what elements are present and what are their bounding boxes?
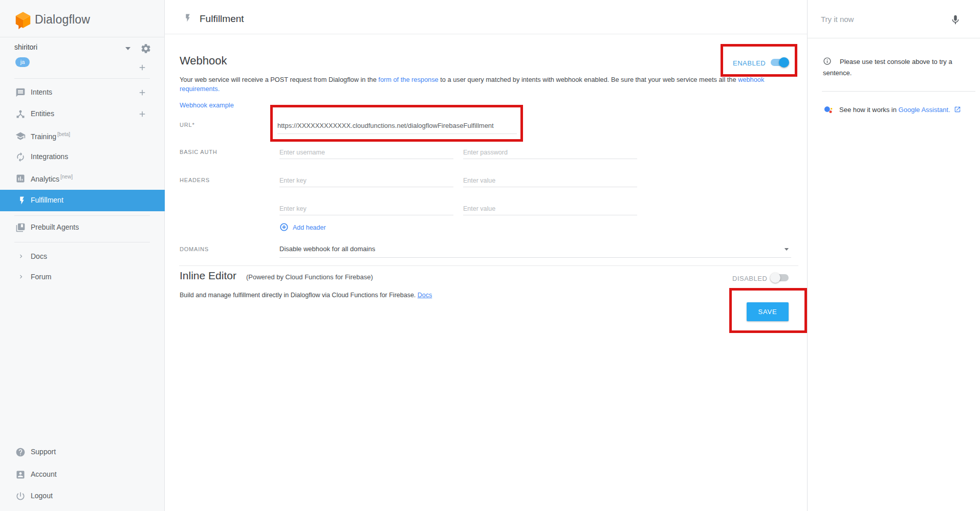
dropdown-caret-icon xyxy=(784,248,789,251)
sidebar-item-label: Training[beta] xyxy=(31,131,70,141)
add-entity-icon[interactable] xyxy=(138,109,147,119)
sidebar-item-analytics[interactable]: Analytics[new] xyxy=(0,168,165,189)
url-label: URL* xyxy=(180,122,195,128)
inline-editor-status-label: DISABLED xyxy=(732,275,767,282)
sidebar-item-integrations[interactable]: Integrations xyxy=(0,146,165,168)
sidebar-item-label: Support xyxy=(31,448,56,456)
assistant-text: See how it works in xyxy=(839,106,899,114)
test-console-panel: Try it now Please use test console above… xyxy=(807,0,980,511)
sidebar-item-docs[interactable]: Docs xyxy=(0,246,165,268)
domains-select[interactable]: Disable webhook for all domains xyxy=(279,242,791,258)
sidebar-item-label: Account xyxy=(31,470,57,478)
sidebar-item-label: Forum xyxy=(31,273,51,281)
try-it-now-input[interactable]: Try it now xyxy=(821,15,854,24)
bar-chart-icon xyxy=(15,173,26,184)
test-console-hint: Please use test console above to try a s… xyxy=(823,56,970,79)
inline-editor-title: Inline Editor xyxy=(180,270,236,282)
sidebar-item-label: Intents xyxy=(31,88,52,96)
sidebar-item-label: Logout xyxy=(31,492,53,500)
try-it-now-bar[interactable]: Try it now xyxy=(808,0,980,38)
sync-arrows-icon xyxy=(15,152,26,162)
header-value-input-1[interactable] xyxy=(463,174,637,187)
sidebar-item-forum[interactable]: Forum xyxy=(0,266,165,288)
graduation-cap-icon xyxy=(15,131,26,141)
section-divider xyxy=(179,265,798,266)
google-assistant-link[interactable]: Google Assistant. xyxy=(899,106,950,114)
docs-link[interactable]: Docs xyxy=(418,292,432,299)
add-language-icon[interactable] xyxy=(138,63,147,72)
language-badge[interactable]: ja xyxy=(15,57,30,67)
chevron-right-icon xyxy=(17,273,25,280)
add-intent-icon[interactable] xyxy=(138,88,147,97)
account-card-icon xyxy=(15,470,26,480)
webhook-toggle[interactable] xyxy=(770,57,789,68)
domains-selected-value: Disable webhook for all domains xyxy=(279,245,375,253)
app-logo-text: Dialogflow xyxy=(35,13,90,27)
add-header-link[interactable]: Add header xyxy=(293,224,326,231)
basic-auth-label: BASIC AUTH xyxy=(180,149,217,155)
chevron-right-icon xyxy=(17,253,25,260)
inline-editor-description: Build and manage fulfillment directly in… xyxy=(180,292,432,299)
inline-editor-toggle[interactable] xyxy=(770,273,789,283)
header-value-input-2[interactable] xyxy=(463,202,637,215)
page-header xyxy=(165,0,807,34)
panel-divider xyxy=(822,91,975,92)
lightning-bolt-icon xyxy=(17,195,27,206)
divider xyxy=(14,215,150,216)
sidebar-item-support[interactable]: Support xyxy=(0,441,165,463)
domains-label: DOMAINS xyxy=(180,246,209,252)
new-badge: [new] xyxy=(60,174,73,180)
webhook-section-title: Webhook xyxy=(180,54,227,68)
book-icon xyxy=(15,223,26,233)
help-circle-icon xyxy=(15,447,26,457)
divider xyxy=(14,242,150,242)
add-header-icon[interactable] xyxy=(279,223,289,232)
agent-settings-gear-icon[interactable] xyxy=(140,43,151,54)
sidebar-item-training[interactable]: Training[beta] xyxy=(0,125,165,147)
chat-bubble-icon xyxy=(15,87,26,98)
google-assistant-icon xyxy=(823,105,833,116)
page-title: Fulfillment xyxy=(200,13,244,25)
sidebar-item-label: Prebuilt Agents xyxy=(31,223,79,231)
sidebar-item-intents[interactable]: Intents xyxy=(0,82,165,103)
url-input[interactable] xyxy=(277,118,517,134)
headers-label: HEADERS xyxy=(180,177,210,183)
fulfillment-bolt-icon xyxy=(183,12,192,24)
save-button[interactable]: SAVE xyxy=(747,302,789,321)
sidebar-item-account[interactable]: Account xyxy=(0,464,165,485)
entities-hub-icon xyxy=(15,109,26,119)
sidebar-item-entities[interactable]: Entities xyxy=(0,103,165,125)
webhook-description: Your web service will receive a POST req… xyxy=(180,75,800,93)
username-input[interactable] xyxy=(279,146,453,159)
sidebar-item-label: Entities xyxy=(31,109,54,118)
divider xyxy=(0,37,165,37)
power-icon xyxy=(15,491,26,501)
agent-name[interactable]: shiritori xyxy=(14,43,37,51)
beta-badge: [beta] xyxy=(57,131,70,137)
header-key-input-2[interactable] xyxy=(279,202,453,215)
divider xyxy=(14,78,150,79)
webhook-status-label: ENABLED xyxy=(733,59,766,67)
sidebar-item-fulfillment[interactable]: Fulfillment xyxy=(0,190,165,211)
inline-editor-subtitle: (Powered by Cloud Functions for Firebase… xyxy=(246,273,373,281)
sidebar-item-prebuilt-agents[interactable]: Prebuilt Agents xyxy=(0,217,165,238)
sidebar-item-label: Analytics[new] xyxy=(31,174,73,183)
info-icon xyxy=(823,57,832,65)
sidebar-item-logout[interactable]: Logout xyxy=(0,485,165,507)
form-of-response-link[interactable]: form of the response xyxy=(378,76,438,83)
agent-dropdown-icon[interactable] xyxy=(125,47,131,51)
webhook-example-link[interactable]: Webhook example xyxy=(180,101,234,109)
sidebar-item-label: Integrations xyxy=(31,152,68,161)
sidebar-item-label: Fulfillment xyxy=(31,196,63,204)
header-key-input-1[interactable] xyxy=(279,174,453,187)
dialogflow-logo-icon xyxy=(13,10,33,30)
external-link-icon[interactable] xyxy=(954,106,961,113)
password-input[interactable] xyxy=(463,146,637,159)
sidebar: Dialogflow shiritori ja Intents Entities… xyxy=(0,0,165,511)
microphone-icon[interactable] xyxy=(950,13,961,27)
sidebar-item-label: Docs xyxy=(31,252,47,260)
